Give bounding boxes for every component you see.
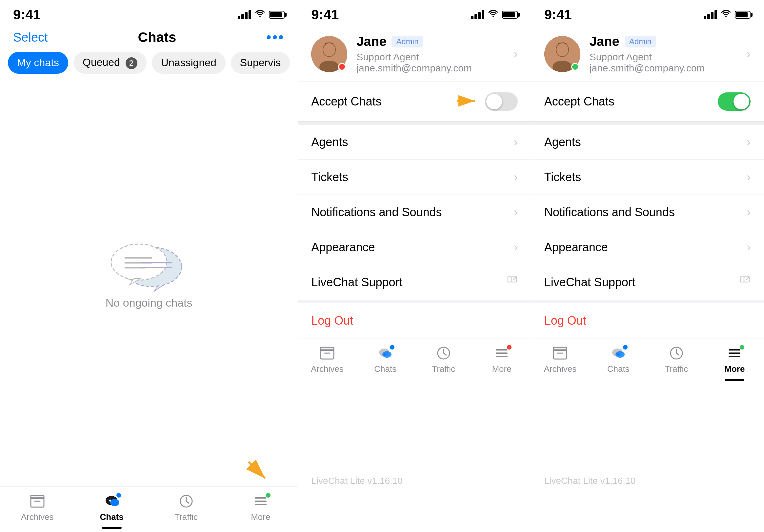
archive-icon-3 (551, 345, 569, 361)
battery-icon-2 (502, 11, 518, 19)
tab-more-2[interactable]: More (473, 345, 530, 374)
menu-agents-2[interactable]: Agents › (298, 125, 530, 160)
version-text-2: LiveChat Lite v1.16.10 (311, 476, 403, 486)
version-text-3: LiveChat Lite v1.16.10 (544, 476, 636, 486)
svg-point-25 (323, 43, 335, 56)
battery-icon-1 (269, 11, 285, 19)
select-button[interactable]: Select (13, 31, 48, 45)
profile-name-2: Jane (356, 34, 386, 49)
menu-tickets-3[interactable]: Tickets › (531, 160, 764, 195)
menu-appearance-2[interactable]: Appearance › (298, 230, 530, 265)
profile-role-3: Support Agent (590, 52, 737, 63)
chevron-appearance-3: › (747, 240, 751, 254)
tab-traffic-3[interactable]: Traffic (647, 345, 705, 374)
tab-archives-1[interactable]: Archives (0, 493, 75, 522)
more-icon-2 (492, 345, 511, 361)
more-label-1: More (251, 512, 270, 522)
more-icon-3 (725, 345, 744, 361)
menu-section-3: Agents › Tickets › Notifications and Sou… (531, 122, 764, 300)
time-1: 9:41 (13, 7, 41, 23)
bottom-tab-bar-2: Archives Chats Traffic Mo (298, 338, 530, 384)
more-label-2: More (492, 364, 511, 374)
chevron-agents-2: › (514, 135, 518, 149)
empty-state-text: No ongoing chats (105, 297, 192, 309)
chats-label-2: Chats (374, 364, 396, 374)
chevron-tickets-3: › (747, 170, 751, 184)
chats-icon-2 (376, 345, 394, 361)
tab-traffic-1[interactable]: Traffic (149, 493, 223, 522)
signal-icon-2 (471, 10, 484, 19)
wifi-icon-2 (488, 10, 498, 20)
menu-appearance-3[interactable]: Appearance › (531, 230, 764, 265)
external-link-icon-3 (739, 276, 751, 289)
tab-chats-3[interactable]: Chats (589, 345, 647, 374)
tab-queued[interactable]: Queued 2 (74, 52, 146, 74)
admin-badge-3: Admin (625, 36, 656, 48)
status-icons-3 (704, 10, 751, 20)
accept-chats-row-2: Accept Chats (298, 82, 530, 122)
panel-chats: 9:41 Select Chats ••• My chats Queued 2 … (0, 0, 298, 532)
chevron-tickets-2: › (514, 170, 518, 184)
svg-line-10 (249, 462, 265, 478)
traffic-icon-2 (435, 345, 453, 361)
more-options-button[interactable]: ••• (266, 30, 285, 45)
tab-unassigned[interactable]: Unassigned (152, 52, 226, 74)
logout-label-2: Log Out (311, 314, 353, 327)
menu-tickets-2[interactable]: Tickets › (298, 160, 530, 195)
tab-filters: My chats Queued 2 Unassigned Supervis (0, 52, 298, 80)
logout-item-2[interactable]: Log Out (298, 303, 530, 338)
chevron-agents-3: › (747, 135, 751, 149)
menu-notifications-2[interactable]: Notifications and Sounds › (298, 195, 530, 230)
menu-notifications-3[interactable]: Notifications and Sounds › (531, 195, 764, 230)
chats-label-1: Chats (100, 512, 123, 522)
bottom-tab-bar-1: Archives Chats Traffic (0, 486, 298, 532)
chats-label-3: Chats (607, 364, 630, 374)
accept-chats-toggle-3[interactable] (718, 92, 751, 111)
profile-info-2: Jane Admin Support Agent jane.smith@comp… (356, 34, 504, 74)
traffic-icon-1 (177, 493, 195, 509)
signal-icon-1 (238, 10, 251, 19)
tab-archives-2[interactable]: Archives (298, 345, 356, 374)
profile-info-3: Jane Admin Support Agent jane.smith@comp… (590, 34, 737, 74)
tab-more-3[interactable]: More (706, 345, 764, 374)
profile-section-3[interactable]: Jane Admin Support Agent jane.smith@comp… (531, 26, 764, 82)
tab-chats-2[interactable]: Chats (356, 345, 415, 374)
traffic-label-3: Traffic (665, 364, 688, 374)
chevron-notifications-2: › (514, 205, 518, 219)
nav-header-1: Select Chats ••• (0, 26, 298, 52)
tab-my-chats[interactable]: My chats (8, 52, 68, 74)
profile-email-2: jane.smith@company.com (356, 63, 504, 74)
svg-point-34 (384, 353, 386, 355)
tab-archives-3[interactable]: Archives (531, 345, 589, 374)
menu-livechat-support-2[interactable]: LiveChat Support (298, 265, 530, 300)
menu-livechat-support-3[interactable]: LiveChat Support (531, 265, 764, 300)
more-icon-1 (252, 493, 270, 509)
chats-icon-1 (102, 493, 121, 509)
tab-traffic-2[interactable]: Traffic (415, 345, 473, 374)
tab-chats-1[interactable]: Chats (75, 493, 149, 522)
svg-point-48 (616, 351, 625, 358)
archives-label-1: Archives (21, 512, 54, 522)
svg-point-16 (112, 499, 114, 501)
profile-chevron-2: › (514, 47, 518, 61)
battery-icon-3 (735, 11, 751, 19)
profile-role-2: Support Agent (356, 52, 504, 63)
profile-name-3: Jane (590, 34, 619, 49)
logout-item-3[interactable]: Log Out (531, 303, 764, 338)
traffic-icon-3 (667, 345, 685, 361)
bottom-tab-bar-3: Archives Chats Traffic Mo (531, 338, 764, 384)
menu-agents-3[interactable]: Agents › (531, 125, 764, 160)
traffic-label-2: Traffic (432, 364, 455, 374)
status-bar-2: 9:41 (298, 0, 530, 26)
wifi-icon-3 (721, 10, 731, 20)
panel-settings-on: 9:41 (531, 0, 764, 532)
accept-chats-row-3: Accept Chats (531, 82, 764, 122)
svg-point-17 (109, 499, 111, 501)
admin-badge-2: Admin (392, 36, 423, 48)
tab-supervised[interactable]: Supervis (231, 52, 290, 74)
status-dot-2 (338, 63, 346, 71)
tab-more-1[interactable]: More (223, 493, 298, 522)
profile-section-2[interactable]: Jane Admin Support Agent jane.smith@comp… (298, 26, 530, 82)
accept-chats-toggle-2[interactable] (485, 92, 518, 111)
accept-chats-label-3: Accept Chats (544, 95, 615, 108)
